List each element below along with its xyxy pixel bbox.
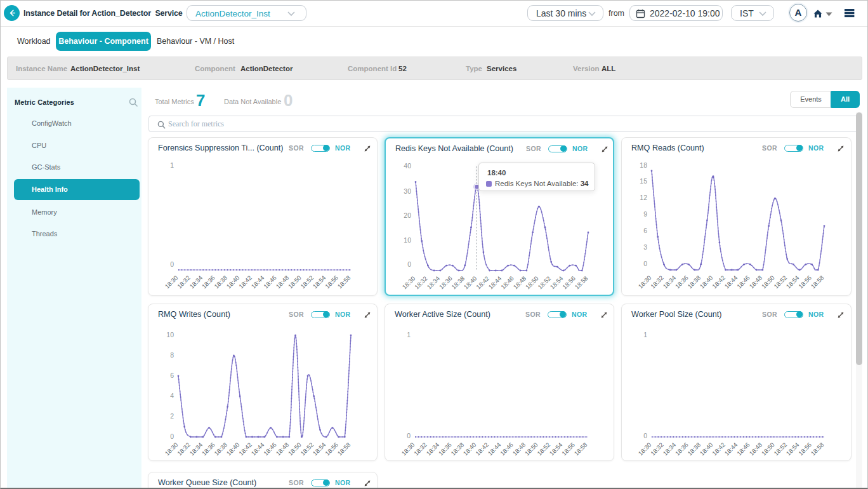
svg-text:9: 9 bbox=[643, 210, 647, 218]
svg-text:18:48: 18:48 bbox=[748, 274, 764, 290]
svg-text:0: 0 bbox=[170, 260, 174, 268]
svg-text:18:52: 18:52 bbox=[299, 274, 315, 290]
svg-text:18:42: 18:42 bbox=[711, 441, 727, 457]
svg-text:18:54: 18:54 bbox=[312, 274, 327, 290]
svg-text:18:30: 18:30 bbox=[401, 275, 417, 291]
svg-text:18:52: 18:52 bbox=[536, 441, 551, 457]
svg-text:18:48: 18:48 bbox=[511, 441, 527, 457]
svg-text:18:40: 18:40 bbox=[699, 274, 714, 290]
svg-text:18:40: 18:40 bbox=[463, 275, 478, 291]
svg-text:18:46: 18:46 bbox=[499, 441, 515, 457]
svg-text:18:56: 18:56 bbox=[324, 274, 339, 290]
svg-text:18:52: 18:52 bbox=[299, 441, 315, 457]
svg-text:18:38: 18:38 bbox=[449, 441, 465, 457]
svg-text:18:38: 18:38 bbox=[686, 441, 702, 457]
svg-text:18:48: 18:48 bbox=[275, 441, 291, 457]
svg-text:18:54: 18:54 bbox=[785, 441, 801, 457]
svg-text:18:56: 18:56 bbox=[324, 441, 339, 457]
svg-text:18:56: 18:56 bbox=[561, 275, 577, 291]
svg-text:18:42: 18:42 bbox=[474, 441, 490, 457]
svg-text:4: 4 bbox=[170, 392, 174, 399]
svg-text:18:36: 18:36 bbox=[674, 441, 690, 457]
svg-text:18:42: 18:42 bbox=[711, 274, 727, 290]
svg-text:18:50: 18:50 bbox=[523, 441, 539, 457]
svg-text:18:46: 18:46 bbox=[499, 275, 515, 291]
svg-text:18:32: 18:32 bbox=[176, 274, 192, 290]
svg-text:18:44: 18:44 bbox=[250, 441, 266, 457]
svg-text:1: 1 bbox=[407, 331, 411, 338]
svg-text:6: 6 bbox=[170, 372, 174, 379]
svg-text:18:44: 18:44 bbox=[487, 274, 503, 290]
svg-text:0: 0 bbox=[407, 260, 411, 268]
svg-text:18:38: 18:38 bbox=[213, 441, 228, 457]
svg-text:18:46: 18:46 bbox=[735, 274, 751, 290]
svg-text:18:36: 18:36 bbox=[674, 274, 690, 290]
svg-text:18:58: 18:58 bbox=[810, 274, 825, 290]
svg-text:18:36: 18:36 bbox=[438, 275, 454, 291]
svg-text:18:44: 18:44 bbox=[723, 441, 739, 457]
svg-text:18:40: 18:40 bbox=[699, 441, 714, 457]
svg-text:18:32: 18:32 bbox=[176, 441, 192, 457]
svg-text:18:36: 18:36 bbox=[201, 274, 216, 290]
svg-text:18:32: 18:32 bbox=[649, 441, 665, 457]
svg-text:18:56: 18:56 bbox=[560, 441, 576, 457]
svg-text:18:38: 18:38 bbox=[450, 275, 466, 291]
svg-text:18:32: 18:32 bbox=[413, 275, 429, 291]
svg-text:18:40: 18:40 bbox=[462, 441, 478, 457]
svg-text:18:34: 18:34 bbox=[188, 441, 204, 457]
svg-text:3: 3 bbox=[643, 243, 647, 251]
svg-text:18:58: 18:58 bbox=[336, 274, 352, 290]
svg-text:18:56: 18:56 bbox=[797, 274, 813, 290]
svg-text:18:50: 18:50 bbox=[287, 441, 303, 457]
svg-text:1: 1 bbox=[643, 331, 647, 338]
svg-text:18:52: 18:52 bbox=[536, 275, 552, 291]
svg-text:18:54: 18:54 bbox=[785, 274, 801, 290]
svg-text:0: 0 bbox=[643, 432, 647, 439]
svg-text:0: 0 bbox=[407, 432, 411, 439]
svg-text:18:46: 18:46 bbox=[262, 274, 278, 290]
svg-text:18:58: 18:58 bbox=[810, 441, 825, 457]
svg-text:15: 15 bbox=[640, 177, 647, 185]
svg-text:18:58: 18:58 bbox=[573, 441, 589, 457]
svg-text:18:34: 18:34 bbox=[662, 441, 678, 457]
svg-text:18:38: 18:38 bbox=[686, 274, 702, 290]
svg-text:18:42: 18:42 bbox=[237, 441, 253, 457]
svg-text:18:34: 18:34 bbox=[426, 274, 442, 290]
svg-text:18:52: 18:52 bbox=[772, 441, 788, 457]
svg-text:40: 40 bbox=[404, 162, 411, 170]
svg-text:6: 6 bbox=[643, 227, 647, 234]
svg-text:18:50: 18:50 bbox=[760, 441, 776, 457]
svg-text:18:54: 18:54 bbox=[312, 441, 327, 457]
svg-text:18:50: 18:50 bbox=[760, 274, 776, 290]
svg-text:18:54: 18:54 bbox=[549, 274, 565, 290]
svg-text:20: 20 bbox=[404, 211, 411, 219]
svg-text:18:34: 18:34 bbox=[188, 274, 204, 290]
svg-text:18:48: 18:48 bbox=[512, 275, 528, 291]
svg-text:18:30: 18:30 bbox=[164, 274, 180, 290]
svg-text:1: 1 bbox=[170, 161, 174, 169]
svg-text:18:46: 18:46 bbox=[262, 441, 278, 457]
svg-text:2: 2 bbox=[170, 412, 174, 420]
svg-text:18:50: 18:50 bbox=[524, 275, 540, 291]
svg-text:18:30: 18:30 bbox=[400, 441, 416, 457]
svg-text:18:30: 18:30 bbox=[164, 441, 180, 457]
svg-text:18:50: 18:50 bbox=[287, 274, 303, 290]
svg-text:18:40: 18:40 bbox=[225, 441, 241, 457]
svg-text:18:54: 18:54 bbox=[548, 441, 564, 457]
svg-text:18:58: 18:58 bbox=[336, 441, 352, 457]
svg-text:10: 10 bbox=[404, 236, 411, 244]
svg-text:18: 18 bbox=[640, 161, 647, 169]
svg-text:18:38: 18:38 bbox=[213, 274, 228, 290]
svg-text:18:44: 18:44 bbox=[487, 441, 503, 457]
svg-text:10: 10 bbox=[166, 331, 174, 338]
svg-text:18:44: 18:44 bbox=[723, 274, 739, 290]
svg-text:18:32: 18:32 bbox=[649, 274, 665, 290]
svg-text:8: 8 bbox=[170, 351, 174, 359]
svg-text:18:34: 18:34 bbox=[425, 441, 441, 457]
svg-text:18:46: 18:46 bbox=[735, 441, 751, 457]
svg-text:0: 0 bbox=[643, 260, 647, 267]
svg-text:18:48: 18:48 bbox=[275, 274, 291, 290]
svg-text:18:44: 18:44 bbox=[250, 274, 266, 290]
svg-text:18:42: 18:42 bbox=[475, 275, 490, 291]
svg-text:18:34: 18:34 bbox=[662, 274, 678, 290]
